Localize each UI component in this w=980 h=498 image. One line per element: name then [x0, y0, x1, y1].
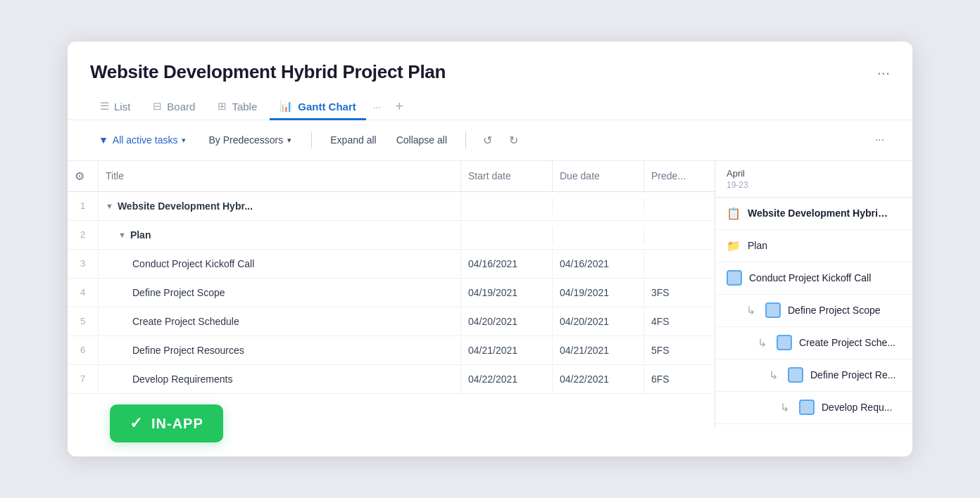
table-row[interactable]: 6 Define Project Resources 04/21/2021 04…	[68, 336, 715, 365]
table-icon: ⊞	[218, 100, 227, 113]
col-title-label: Title	[106, 170, 124, 181]
gantt-label: Define Project Scope	[788, 305, 881, 316]
row-number: 2	[68, 221, 99, 248]
group-by-label: By Predecessors	[208, 134, 283, 146]
toolbar-separator	[311, 132, 312, 148]
gantt-label: Create Project Sche...	[799, 337, 896, 348]
expand-all-button[interactable]: Expand all	[323, 131, 383, 149]
row-number: 1	[68, 192, 99, 219]
gantt-label: Define Project Re...	[810, 369, 896, 381]
row-pred: 4FS	[644, 307, 715, 336]
col-pred: Prede...	[644, 161, 715, 191]
filter-chevron-icon: ▾	[182, 136, 186, 145]
row-title-text: Plan	[130, 229, 151, 241]
table-row[interactable]: 7 Develop Requirements 04/22/2021 04/22/…	[68, 365, 715, 394]
row-title-cell: Define Project Scope	[99, 279, 461, 307]
tab-board[interactable]: ⊟ Board	[143, 94, 205, 120]
gantt-row: ↳ Define Project Re...	[715, 359, 912, 392]
row-number: 5	[68, 307, 99, 335]
header: Website Development Hybrid Project Plan …	[68, 42, 912, 83]
table-row[interactable]: 4 Define Project Scope 04/19/2021 04/19/…	[68, 279, 715, 307]
row-start-date: 04/21/2021	[461, 336, 553, 364]
table-row[interactable]: 2 ▼ Plan	[68, 221, 715, 250]
row-start-date	[461, 226, 553, 243]
row-start-date: 04/16/2021	[461, 250, 553, 278]
undo-button[interactable]: ↺	[477, 130, 498, 151]
gantt-panel: April 19-23 📋 Website Development Hybrid…	[715, 161, 912, 428]
tab-board-label: Board	[167, 101, 195, 113]
col-settings[interactable]: ⚙	[68, 161, 99, 191]
table-row[interactable]: 5 Create Project Schedule 04/20/2021 04/…	[68, 307, 715, 336]
group-by-button[interactable]: By Predecessors ▾	[200, 130, 300, 150]
table-row[interactable]: 1 ▼ Website Development Hybr...	[68, 192, 715, 221]
add-tab-button[interactable]: +	[388, 96, 410, 117]
row-title-cell: Develop Requirements	[99, 365, 461, 393]
gantt-bar	[765, 302, 781, 318]
tab-table-label: Table	[232, 101, 257, 113]
gantt-rows: 📋 Website Development Hybrid Pro 📁 Plan …	[715, 198, 912, 424]
gantt-dates-label: 19-23	[727, 180, 901, 190]
row-title-cell: Conduct Project Kickoff Call	[99, 250, 461, 278]
tab-list[interactable]: ☰ List	[90, 94, 140, 120]
row-pred	[644, 226, 715, 243]
row-due-date: 04/16/2021	[553, 250, 644, 278]
gantt-bar	[777, 335, 792, 350]
row-title-cell: Define Project Resources	[99, 336, 461, 364]
row-due-date	[553, 198, 644, 215]
row-due-date: 04/20/2021	[553, 307, 644, 336]
content-area: ⚙ Title Start date Due date Prede... 1	[68, 161, 912, 428]
filter-label: All active tasks	[113, 134, 178, 146]
toolbar-separator-2	[465, 132, 466, 148]
more-options-button[interactable]: ···	[877, 64, 890, 82]
row-number: 3	[68, 250, 99, 277]
table-row[interactable]: 3 Conduct Project Kickoff Call 04/16/202…	[68, 250, 715, 279]
toolbar-right: ···	[869, 130, 890, 150]
row-title-text: Create Project Schedule	[132, 316, 239, 327]
row-start-date: 04/19/2021	[461, 279, 553, 307]
row-due-date	[553, 226, 644, 243]
col-due-date: Due date	[553, 161, 644, 191]
tabs-more-button[interactable]: ···	[369, 98, 386, 115]
row-start-date	[461, 198, 553, 215]
gantt-row: 📋 Website Development Hybrid Pro	[715, 198, 912, 230]
tabs-bar: ☰ List ⊟ Board ⊞ Table 📊 Gantt Chart ···…	[68, 83, 912, 120]
filter-button[interactable]: ▼ All active tasks ▾	[90, 130, 194, 150]
row-title-text: Define Project Resources	[132, 345, 244, 356]
table-header-row: ⚙ Title Start date Due date Prede...	[68, 161, 715, 192]
row-pred	[644, 198, 715, 215]
col-start-label: Start date	[468, 170, 511, 181]
row-title-cell: Create Project Schedule	[99, 307, 461, 336]
row-due-date: 04/22/2021	[553, 365, 644, 393]
collapse-all-button[interactable]: Collapse all	[389, 131, 454, 149]
tab-gantt-label: Gantt Chart	[298, 101, 356, 113]
toolbar-more-button[interactable]: ···	[869, 130, 890, 150]
row-title-text: Conduct Project Kickoff Call	[132, 258, 254, 269]
row-pred	[644, 255, 715, 272]
gantt-row: ↳ Define Project Scope	[715, 295, 912, 327]
redo-button[interactable]: ↻	[503, 130, 524, 151]
list-icon: ☰	[100, 100, 109, 113]
gantt-month-label: April	[727, 168, 901, 179]
board-icon: ⊟	[153, 100, 162, 113]
gantt-icon: 📊	[279, 100, 293, 113]
row-title-text: Develop Requirements	[132, 374, 232, 385]
gantt-row: ↳ Develop Requ...	[715, 392, 912, 424]
col-due-label: Due date	[560, 170, 600, 181]
app-window: Website Development Hybrid Project Plan …	[68, 42, 912, 456]
filter-icon: ▼	[99, 134, 108, 146]
tab-gantt[interactable]: 📊 Gantt Chart	[270, 94, 366, 120]
col-start-date: Start date	[461, 161, 553, 191]
row-title-text: Website Development Hybr...	[118, 200, 253, 212]
connector-icon: ↳	[780, 401, 789, 414]
gantt-header: April 19-23	[715, 161, 912, 198]
tab-table[interactable]: ⊞ Table	[208, 94, 267, 120]
tab-list-label: List	[114, 101, 130, 113]
row-number: 7	[68, 365, 99, 392]
connector-icon: ↳	[769, 369, 778, 382]
gantt-row: ↳ Create Project Sche...	[715, 327, 912, 359]
chevron-icon: ▼	[118, 231, 126, 239]
in-app-badge: ✓ IN-APP	[110, 404, 223, 442]
row-title-cell: ▼ Plan	[99, 221, 461, 249]
table-panel: ⚙ Title Start date Due date Prede... 1	[68, 161, 715, 428]
col-title: Title	[99, 161, 461, 191]
